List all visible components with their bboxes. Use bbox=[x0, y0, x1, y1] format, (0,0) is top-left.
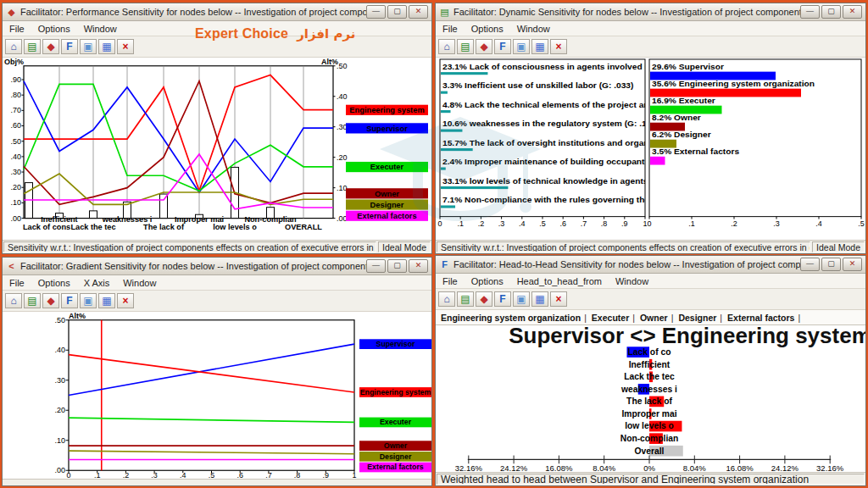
titlebar[interactable]: ◆ Facilitator: Performance Sensitivity f… bbox=[3, 3, 431, 21]
menu-file[interactable]: File bbox=[3, 278, 31, 288]
h2h-axis-label: 24.12% bbox=[500, 464, 527, 472]
close-button[interactable]: ✕ bbox=[843, 258, 862, 271]
twod-plot-icon[interactable]: ▦ bbox=[98, 39, 115, 54]
close-button[interactable]: ✕ bbox=[409, 5, 428, 19]
y-axis-tick: .40 bbox=[55, 346, 66, 354]
head-to-head-icon[interactable]: ▣ bbox=[80, 293, 97, 308]
alternative-axis-tick: .4 bbox=[815, 219, 822, 228]
objective-axis-tick: .7 bbox=[581, 219, 587, 228]
objective-axis-tick: .8 bbox=[601, 219, 608, 228]
x-axis-tick: .9 bbox=[323, 471, 330, 479]
twod-plot-icon[interactable]: ▦ bbox=[531, 39, 548, 54]
alternative-axis-tick: .2 bbox=[731, 219, 737, 228]
gradient-sensitivity-icon[interactable]: F bbox=[494, 291, 511, 307]
menu-options[interactable]: Options bbox=[465, 24, 510, 34]
close-button[interactable]: ✕ bbox=[843, 5, 862, 19]
head-to-head-icon[interactable]: ▣ bbox=[80, 39, 97, 54]
tab-executer[interactable]: Executer bbox=[587, 313, 632, 323]
alternative-priority-bar-external-factors[interactable] bbox=[650, 157, 665, 165]
objective-priority-bar[interactable] bbox=[441, 110, 451, 113]
model-home-icon[interactable]: ⌂ bbox=[5, 39, 22, 54]
dynamic-sensitivity-icon[interactable]: ▤ bbox=[24, 293, 41, 308]
dynamic-sensitivity-window: ▤ Facilitator: Dynamic Sensitivity for n… bbox=[435, 3, 866, 254]
tab-owner[interactable]: Owner bbox=[635, 313, 671, 323]
minimize-button[interactable]: — bbox=[366, 5, 386, 19]
maximize-button[interactable]: ▢ bbox=[821, 258, 841, 271]
gradient-sensitivity-icon[interactable]: F bbox=[61, 293, 78, 308]
status-bar: Sensitivity w.r.t.: Investigation of pro… bbox=[3, 240, 431, 253]
tab-external-factors[interactable]: External factors bbox=[722, 313, 798, 323]
objective-priority-bar[interactable] bbox=[441, 72, 487, 75]
right-axis-tick: .30 bbox=[337, 123, 348, 131]
tab-engineering-system-organization[interactable]: Engineering system organization bbox=[436, 313, 584, 323]
menu-options[interactable]: Options bbox=[465, 276, 510, 286]
close-window-icon[interactable]: × bbox=[117, 293, 134, 308]
maximize-button[interactable]: ▢ bbox=[821, 5, 841, 19]
menu-head-to-head-from[interactable]: Head_to_head_from bbox=[510, 276, 609, 286]
gradient-sensitivity-icon[interactable]: F bbox=[61, 39, 78, 54]
left-axis-tick: .40 bbox=[11, 152, 22, 161]
window-buttons: — ▢ ✕ bbox=[366, 259, 428, 273]
model-home-icon[interactable]: ⌂ bbox=[438, 39, 455, 54]
menu-options[interactable]: Options bbox=[31, 24, 77, 34]
objective-priority-bar[interactable] bbox=[441, 186, 508, 189]
brand-overlay: Expert Choice نرم افزار bbox=[195, 26, 355, 42]
maximize-button[interactable]: ▢ bbox=[387, 5, 407, 19]
h2h-axis-label: 0% bbox=[643, 464, 655, 472]
objective-priority-bar[interactable] bbox=[441, 148, 473, 151]
objective-weight-bar[interactable] bbox=[90, 211, 97, 219]
objective-priority-bar[interactable] bbox=[441, 167, 446, 169]
gradient-sensitivity-icon[interactable]: F bbox=[494, 39, 511, 54]
twod-plot-icon[interactable]: ▦ bbox=[98, 293, 115, 308]
titlebar[interactable]: < Facilitator: Gradient Sensitivity for … bbox=[3, 258, 431, 275]
minimize-button[interactable]: — bbox=[800, 258, 820, 271]
x-axis-tick: .6 bbox=[236, 471, 243, 479]
menu-window[interactable]: Window bbox=[77, 24, 124, 34]
head-to-head-icon[interactable]: ▣ bbox=[513, 39, 530, 54]
close-window-icon[interactable]: × bbox=[550, 291, 567, 307]
objective-priority-bar[interactable] bbox=[441, 130, 462, 132]
window-buttons: — ▢ ✕ bbox=[800, 258, 862, 271]
menu-file[interactable]: File bbox=[3, 24, 31, 34]
dynamic-sensitivity-icon[interactable]: ▤ bbox=[24, 39, 41, 54]
model-home-icon[interactable]: ⌂ bbox=[5, 293, 22, 308]
performance-sensitivity-icon[interactable]: ◆ bbox=[476, 291, 492, 307]
plot-area bbox=[24, 66, 333, 219]
y-axis-title: Alt% bbox=[69, 312, 86, 320]
h2h-axis-label: 8.04% bbox=[593, 464, 615, 472]
menu-window[interactable]: Window bbox=[510, 24, 557, 34]
close-window-icon[interactable]: × bbox=[550, 39, 567, 54]
performance-sensitivity-icon[interactable]: ◆ bbox=[42, 293, 59, 308]
close-button[interactable]: ✕ bbox=[409, 259, 428, 273]
titlebar[interactable]: F Facilitator: Head-to-Head Sensitivity … bbox=[436, 256, 865, 274]
minimize-button[interactable]: — bbox=[800, 5, 820, 19]
x-axis-tick: .2 bbox=[123, 471, 130, 479]
toolbar: ⌂▤◆F▣▦× bbox=[436, 36, 865, 58]
objective-priority-bar[interactable] bbox=[441, 92, 448, 94]
legend-label: Owner bbox=[384, 441, 408, 450]
menu-window[interactable]: Window bbox=[116, 278, 163, 288]
status-text: Sensitivity w.r.t.: Investigation of pro… bbox=[437, 241, 810, 252]
menu-file[interactable]: File bbox=[436, 276, 465, 286]
titlebar[interactable]: ▤ Facilitator: Dynamic Sensitivity for n… bbox=[436, 3, 865, 21]
head-to-head-icon[interactable]: ▣ bbox=[513, 291, 530, 307]
menu-bar: FileOptionsWindow bbox=[436, 21, 865, 36]
menu-window[interactable]: Window bbox=[609, 276, 655, 286]
tab-designer[interactable]: Designer bbox=[673, 313, 720, 323]
objective-priority-bar[interactable] bbox=[441, 205, 455, 208]
close-window-icon[interactable]: × bbox=[117, 39, 134, 54]
menu-x-axis[interactable]: X Axis bbox=[77, 278, 117, 288]
dynamic-sensitivity-icon[interactable]: ▤ bbox=[457, 39, 474, 54]
menu-file[interactable]: File bbox=[436, 24, 465, 34]
performance-sensitivity-icon[interactable]: ◆ bbox=[42, 39, 59, 54]
twod-plot-icon[interactable]: ▦ bbox=[531, 291, 548, 307]
objective-item: 7.1% Non-compliance with the rules gover… bbox=[442, 195, 662, 204]
dynamic-sensitivity-icon[interactable]: ▤ bbox=[457, 291, 474, 307]
performance-sensitivity-icon[interactable]: ◆ bbox=[476, 39, 492, 54]
model-home-icon[interactable]: ⌂ bbox=[438, 291, 455, 307]
y-axis-tick: .00 bbox=[55, 466, 66, 474]
window-title: Facilitator: Performance Sensitivity for… bbox=[20, 7, 366, 17]
minimize-button[interactable]: — bbox=[366, 259, 386, 273]
menu-options[interactable]: Options bbox=[31, 278, 77, 288]
maximize-button[interactable]: ▢ bbox=[387, 259, 407, 273]
